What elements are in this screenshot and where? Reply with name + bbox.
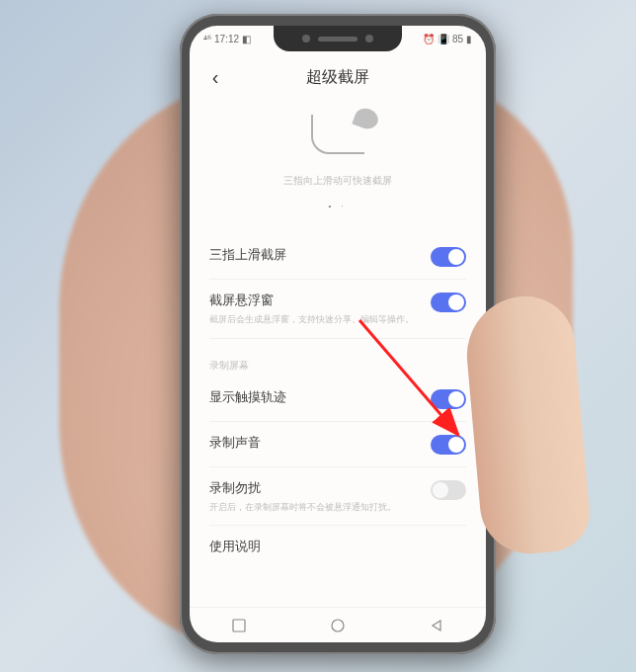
battery-text: 85 bbox=[452, 34, 463, 44]
nav-recent-icon[interactable] bbox=[232, 619, 246, 632]
page-indicator[interactable]: • · bbox=[190, 202, 486, 210]
notch bbox=[274, 26, 402, 51]
row-dnd[interactable]: 录制勿扰 开启后，在录制屏幕时将不会被悬浮通知打扰。 bbox=[209, 467, 466, 527]
status-time: 17:12 bbox=[214, 34, 239, 44]
row-float-window[interactable]: 截屏悬浮窗 截屏后会生成悬浮窗，支持快速分享、编辑等操作。 bbox=[209, 280, 466, 339]
row-desc: 开启后，在录制屏幕时将不会被悬浮通知打扰。 bbox=[209, 501, 419, 514]
row-record-sound[interactable]: 录制声音 bbox=[209, 422, 466, 467]
row-label: 录制声音 bbox=[209, 434, 419, 452]
vibrate-icon: 📳 bbox=[437, 34, 449, 44]
toggle-record-sound[interactable] bbox=[431, 435, 466, 455]
row-label: 显示触摸轨迹 bbox=[209, 388, 419, 406]
row-three-finger[interactable]: 三指上滑截屏 bbox=[209, 234, 466, 280]
back-button[interactable]: ‹ bbox=[205, 67, 225, 87]
screen: ⁴⁶ 17:12 ◧ ⏰ 📳 85 ▮ ‹ 超级截屏 三指向上滑动可快速截屏 •… bbox=[190, 26, 486, 642]
header-bar: ‹ 超级截屏 bbox=[190, 55, 486, 99]
page-title: 超级截屏 bbox=[225, 67, 450, 88]
toggle-touch-track[interactable] bbox=[431, 389, 466, 409]
row-label: 使用说明 bbox=[209, 538, 454, 555]
phone-frame: ⁴⁶ 17:12 ◧ ⏰ 📳 85 ▮ ‹ 超级截屏 三指向上滑动可快速截屏 •… bbox=[180, 14, 496, 654]
nav-back-icon[interactable] bbox=[430, 619, 443, 632]
battery-icon: ▮ bbox=[466, 34, 472, 44]
svg-point-1 bbox=[332, 620, 344, 631]
toggle-dnd[interactable] bbox=[431, 480, 466, 500]
toggle-three-finger[interactable] bbox=[431, 247, 466, 267]
row-desc: 截屏后会生成悬浮窗，支持快速分享、编辑等操作。 bbox=[209, 313, 419, 326]
content-scroll[interactable]: 三指向上滑动可快速截屏 • · 三指上滑截屏 截屏悬浮窗 截屏后会生成悬浮窗，支… bbox=[190, 99, 486, 607]
nav-home-icon[interactable] bbox=[330, 618, 346, 633]
section-header-record: 录制屏幕 bbox=[209, 339, 466, 377]
row-label: 录制勿扰 bbox=[209, 479, 419, 497]
svg-rect-0 bbox=[233, 620, 245, 631]
signal-icon: ⁴⁶ bbox=[203, 34, 211, 44]
row-label: 截屏悬浮窗 bbox=[209, 292, 419, 309]
illustration-caption: 三指向上滑动可快速截屏 bbox=[190, 174, 486, 188]
wifi-icon: ◧ bbox=[242, 34, 251, 44]
gesture-illustration bbox=[190, 99, 486, 170]
row-label: 三指上滑截屏 bbox=[209, 246, 419, 264]
row-instructions[interactable]: 使用说明 bbox=[209, 526, 466, 567]
nav-bar bbox=[190, 607, 486, 642]
row-touch-track[interactable]: 显示触摸轨迹 bbox=[209, 377, 466, 422]
toggle-float-window[interactable] bbox=[431, 293, 466, 312]
alarm-icon: ⏰ bbox=[423, 34, 435, 44]
